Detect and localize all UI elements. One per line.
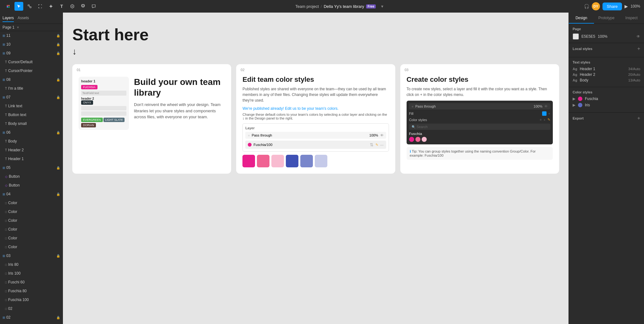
tab-inspect[interactable]: Inspect — [619, 13, 644, 24]
layer-name: Color — [8, 227, 60, 232]
list-item[interactable]: □ Color — [0, 207, 63, 216]
list-item[interactable]: ⊞ 09 🔒 — [0, 49, 63, 58]
color-swatches — [242, 155, 389, 167]
figma-menu-button[interactable] — [4, 2, 13, 11]
list-item[interactable]: ⊞ 05 🔒 — [0, 163, 63, 172]
list-item[interactable]: □ 02 — [0, 304, 63, 313]
list-item[interactable]: T Body — [0, 137, 63, 146]
layer-name: Cursor/Pointer — [8, 69, 60, 73]
add-local-style-button[interactable]: + — [637, 46, 640, 51]
list-item[interactable]: ⊞ 07 🔒 — [0, 93, 63, 102]
layer-name: Fuschi 60 — [8, 280, 60, 284]
chevron-down-icon[interactable]: ▾ — [378, 2, 386, 11]
layer-name: Button — [9, 183, 60, 187]
list-item[interactable]: □ Fuschia 100 — [0, 295, 63, 304]
text-style-name: Body — [580, 78, 626, 82]
list-item[interactable]: ⊞ 08 🔒 — [0, 75, 63, 84]
hand-tool-button[interactable] — [79, 2, 87, 11]
swatch-iris-100 — [286, 155, 298, 167]
frame-icon: ⊞ — [3, 254, 5, 258]
rect-icon: □ — [5, 281, 7, 284]
list-item[interactable]: T Body small — [0, 119, 63, 128]
frame-tool-button[interactable] — [36, 2, 45, 11]
cards-row: 01 header 1 FUCHSIA TextField text heade… — [72, 64, 559, 174]
list-item[interactable]: ⊞ 11 🔒 — [0, 31, 63, 40]
scale-tool-button[interactable] — [25, 2, 34, 11]
layer-name: Cursor/Default — [8, 60, 60, 64]
list-item[interactable]: ⊞ 01 🔒 — [0, 322, 63, 324]
tip-text: Tip: You can group styles together using… — [410, 149, 536, 157]
svg-rect-5 — [28, 5, 29, 6]
page-color-swatch[interactable] — [573, 33, 579, 40]
topbar-tools: T — [4, 2, 98, 11]
zoom-level: 100% — [630, 4, 640, 8]
page-selector[interactable]: Page 1 ▾ — [0, 24, 63, 31]
list-item[interactable]: T Cursor/Default — [0, 58, 63, 66]
list-item[interactable]: T Cursor/Pointer — [0, 66, 63, 75]
list-item[interactable]: ◇ Button — [0, 181, 63, 190]
export-header: Export + — [573, 116, 640, 121]
list-item[interactable]: □ Fuschia 80 — [0, 287, 63, 295]
list-item[interactable]: □ Iris 80 — [0, 260, 63, 269]
layer-name: Color — [8, 201, 60, 205]
text-style-size: 20/Auto — [628, 73, 640, 76]
component-tool-button[interactable] — [68, 2, 77, 11]
list-item[interactable]: ◇ Button — [0, 172, 63, 181]
text-style-header1[interactable]: Ag Header 1 34/Auto — [573, 67, 640, 71]
move-tool-button[interactable] — [14, 2, 23, 11]
list-item[interactable]: □ Color — [0, 243, 63, 251]
iris-label: Iris — [585, 103, 590, 107]
tab-prototype[interactable]: Prototype — [594, 13, 619, 24]
visibility-button[interactable]: 👁 — [636, 34, 640, 39]
list-item[interactable]: T I'm a title — [0, 84, 63, 93]
play-button[interactable]: ▶ — [625, 4, 628, 9]
local-styles-section: Local styles + — [569, 43, 644, 57]
list-item[interactable]: T Link text — [0, 102, 63, 110]
rect-icon: □ — [5, 228, 7, 231]
color-styles-section: Color styles ▶ Fuschia ▶ Iris — [569, 87, 644, 113]
list-item[interactable]: T Header 1 — [0, 154, 63, 163]
list-item[interactable]: ⊞ 06 🔒 — [0, 128, 63, 137]
share-button[interactable]: Share — [602, 3, 622, 10]
swatch-fuchsia-100 — [242, 155, 255, 167]
tab-design[interactable]: Design — [569, 13, 594, 24]
list-item[interactable]: □ Color — [0, 225, 63, 234]
tip-box: ℹ Tip: You can group styles together usi… — [407, 147, 553, 160]
list-item[interactable]: □ Color — [0, 216, 63, 225]
color-style-iris[interactable]: ▶ Iris — [573, 103, 640, 107]
text-style-body[interactable]: Ag Body 13/Auto — [573, 78, 640, 82]
canvas-area: Start here ↓ 01 header 1 FUCHSIA TextFie… — [63, 13, 569, 324]
tab-assets[interactable]: Assets — [18, 14, 29, 22]
list-item[interactable]: ⊞ 03 🔒 — [0, 251, 63, 260]
canvas-content: Start here ↓ 01 header 1 FUCHSIA TextFie… — [63, 13, 569, 324]
color-styles-title: Color styles — [573, 90, 592, 94]
list-item[interactable]: ⊞ 04 🔒 — [0, 190, 63, 198]
layer-name: Iris 80 — [8, 262, 60, 267]
text-style-size: 13/Auto — [628, 78, 640, 82]
list-item[interactable]: □ Iris 100 — [0, 269, 63, 278]
swatch-fuchsia-20 — [271, 155, 284, 167]
frame-icon: ⊞ — [3, 193, 5, 196]
comment-tool-button[interactable] — [89, 2, 98, 11]
list-item[interactable]: ⊞ 10 🔒 — [0, 40, 63, 49]
card-create-styles: 03 Create color styles To create new sty… — [400, 64, 559, 174]
color-style-fuschia[interactable]: ▶ Fuschia — [573, 97, 640, 101]
list-item[interactable]: T Header 2 — [0, 146, 63, 154]
layer-list: ⊞ 11 🔒 ⊞ 10 🔒 ⊞ 09 🔒 T Cursor/Default T … — [0, 31, 63, 324]
list-item[interactable]: □ Color — [0, 198, 63, 207]
swatch-iris-60 — [300, 155, 313, 167]
text-style-header2[interactable]: Ag Header 2 20/Auto — [573, 72, 640, 77]
list-item[interactable]: ⊞ 02 🔒 — [0, 313, 63, 322]
list-item[interactable]: T Button text — [0, 110, 63, 119]
tab-layers[interactable]: Layers — [3, 14, 14, 22]
list-item[interactable]: □ Fuschi 60 — [0, 278, 63, 287]
list-item[interactable]: □ Color — [0, 234, 63, 243]
rect-icon: □ — [5, 307, 7, 310]
text-tool-button[interactable]: T — [57, 2, 66, 11]
add-export-button[interactable]: + — [637, 116, 640, 121]
pen-tool-button[interactable] — [47, 2, 55, 11]
layer-name: Button text — [8, 113, 60, 117]
color-styles-header: Color styles — [573, 90, 640, 94]
left-panel-tabs: Layers Assets — [0, 13, 63, 24]
text-styles-header: Text styles — [573, 60, 640, 64]
